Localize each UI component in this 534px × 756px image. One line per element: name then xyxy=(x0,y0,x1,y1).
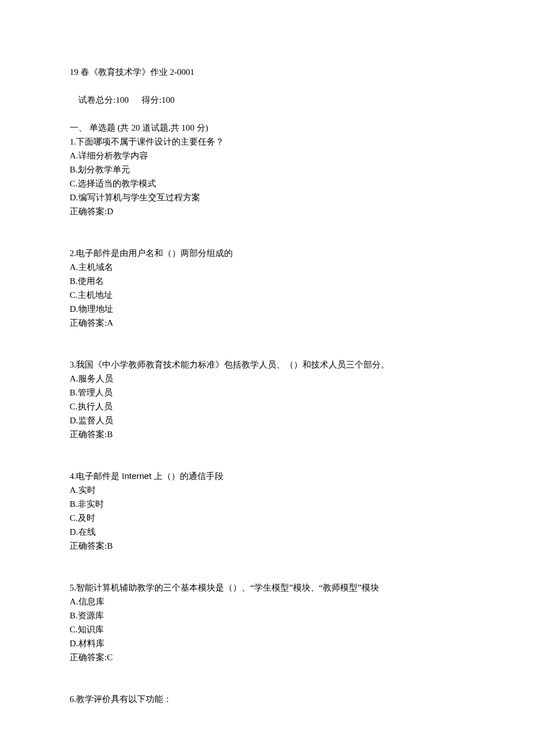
question-1: 1.下面哪项不属于课件设计的主要任务？ A.详细分析教学内容 B.划分教学单元 … xyxy=(70,135,464,218)
option-key: A. xyxy=(70,262,78,272)
question-gap xyxy=(70,664,464,692)
option-a: A.实时 xyxy=(70,483,464,497)
question-number: 3. xyxy=(70,360,76,369)
answer-label: 正确答案: xyxy=(70,207,107,216)
option-key: C. xyxy=(70,290,78,300)
question-number: 5. xyxy=(70,583,76,592)
option-d: D.材料库 xyxy=(70,636,464,650)
option-text: 执行人员 xyxy=(78,402,113,411)
obtained-score-label: 得分: xyxy=(142,95,161,105)
total-score-value: 100 xyxy=(116,95,129,105)
option-text: 划分教学单元 xyxy=(78,165,130,174)
option-key: B. xyxy=(70,165,78,174)
option-key: D. xyxy=(70,527,78,537)
option-d: D.监督人员 xyxy=(70,413,464,427)
option-text: 服务人员 xyxy=(78,374,113,383)
option-a: A.信息库 xyxy=(70,595,464,609)
option-a: A.服务人员 xyxy=(70,372,464,386)
question-stem: 1.下面哪项不属于课件设计的主要任务？ xyxy=(70,135,464,149)
question-gap xyxy=(70,441,464,469)
answer-label: 正确答案: xyxy=(70,541,107,550)
question-text-internet: Internet xyxy=(122,471,151,481)
question-stem: 3.我国《中小学教师教育技术能力标准》包括教学人员、（）和技术人员三个部分。 xyxy=(70,358,464,372)
question-text-post: 上（）的通信手段 xyxy=(151,471,223,481)
answer-label: 正确答案: xyxy=(70,318,107,327)
answer-line: 正确答案:D xyxy=(70,204,464,218)
option-text: 材料库 xyxy=(78,639,104,648)
answer-label: 正确答案: xyxy=(70,653,107,662)
score-meta: 试卷总分:100 得分:100 xyxy=(70,79,464,121)
option-c: C.主机地址 xyxy=(70,288,464,302)
question-number: 4. xyxy=(70,471,76,481)
question-stem: 2.电子邮件是由用户名和（）两部分组成的 xyxy=(70,246,464,260)
answer-value: B xyxy=(107,430,113,439)
option-d: D.在线 xyxy=(70,525,464,539)
option-text: 监督人员 xyxy=(78,416,113,425)
question-stem: 5.智能计算机辅助教学的三个基本模块是（）、“学生模型”模块、“教师模型”模块 xyxy=(70,581,464,595)
option-key: A. xyxy=(70,151,78,160)
option-text: 资源库 xyxy=(78,611,104,620)
question-3: 3.我国《中小学教师教育技术能力标准》包括教学人员、（）和技术人员三个部分。 A… xyxy=(70,358,464,441)
obtained-score-value: 100 xyxy=(161,95,175,105)
option-text: 及时 xyxy=(78,513,95,523)
option-key: A. xyxy=(70,597,78,606)
option-text: 主机地址 xyxy=(78,290,113,300)
option-key: D. xyxy=(70,193,78,202)
option-key: C. xyxy=(70,402,78,411)
question-number: 1. xyxy=(70,137,76,146)
section-header: 一、 单选题 (共 20 道试题,共 100 分) xyxy=(70,121,464,135)
option-key: D. xyxy=(70,639,78,648)
question-text: 我国《中小学教师教育技术能力标准》包括教学人员、（）和技术人员三个部分。 xyxy=(76,360,389,369)
meta-spacer xyxy=(129,95,142,105)
question-gap xyxy=(70,553,464,581)
option-c: C.知识库 xyxy=(70,622,464,636)
option-key: B. xyxy=(70,499,78,509)
option-a: A.详细分析教学内容 xyxy=(70,149,464,163)
question-number: 2. xyxy=(70,249,76,258)
option-key: B. xyxy=(70,276,78,286)
question-gap xyxy=(70,330,464,358)
option-text: 实时 xyxy=(78,485,96,495)
question-6: 6.教学评价具有以下功能： xyxy=(70,692,464,706)
option-text: 管理人员 xyxy=(78,388,113,397)
option-key: B. xyxy=(70,388,78,397)
answer-value: B xyxy=(107,541,113,550)
question-4: 4.电子邮件是 Internet 上（）的通信手段 A.实时 B.非实时 C.及… xyxy=(70,469,464,553)
option-text: 在线 xyxy=(78,527,96,537)
answer-label: 正确答案: xyxy=(70,430,107,439)
option-b: B.管理人员 xyxy=(70,386,464,399)
option-b: B.资源库 xyxy=(70,609,464,622)
option-key: D. xyxy=(70,416,78,425)
option-key: A. xyxy=(70,374,78,383)
option-text: 编写计算机与学生交互过程方案 xyxy=(78,193,200,202)
option-key: C. xyxy=(70,625,78,634)
question-number: 6. xyxy=(70,694,76,704)
total-score-label: 试卷总分: xyxy=(78,95,116,105)
document-title: 19 春《教育技术学》作业 2-0001 xyxy=(70,65,464,79)
answer-value: A xyxy=(107,318,113,327)
option-text: 选择适当的教学模式 xyxy=(78,179,156,188)
answer-line: 正确答案:B xyxy=(70,427,464,441)
question-text: 电子邮件是由用户名和（）两部分组成的 xyxy=(76,249,233,258)
option-key: C. xyxy=(70,179,78,188)
option-a: A.主机域名 xyxy=(70,260,464,274)
question-text: 教学评价具有以下功能： xyxy=(76,694,172,704)
option-b: B.划分教学单元 xyxy=(70,163,464,177)
option-text: 物理地址 xyxy=(78,304,113,314)
question-2: 2.电子邮件是由用户名和（）两部分组成的 A.主机域名 B.使用名 C.主机地址… xyxy=(70,246,464,330)
answer-line: 正确答案:C xyxy=(70,650,464,664)
question-text-pre: 电子邮件是 xyxy=(76,471,122,481)
option-key: B. xyxy=(70,611,78,620)
option-text: 使用名 xyxy=(78,276,104,286)
option-text: 信息库 xyxy=(78,597,104,606)
answer-value: D xyxy=(107,207,113,216)
question-stem: 4.电子邮件是 Internet 上（）的通信手段 xyxy=(70,469,464,483)
option-d: D.物理地址 xyxy=(70,302,464,316)
option-key: A. xyxy=(70,485,78,495)
option-c: C.选择适当的教学模式 xyxy=(70,177,464,190)
option-key: C. xyxy=(70,513,78,523)
option-key: D. xyxy=(70,304,78,314)
document-page: 19 春《教育技术学》作业 2-0001 试卷总分:100 得分:100 一、 … xyxy=(0,0,534,706)
option-c: C.及时 xyxy=(70,511,464,525)
option-d: D.编写计算机与学生交互过程方案 xyxy=(70,190,464,204)
